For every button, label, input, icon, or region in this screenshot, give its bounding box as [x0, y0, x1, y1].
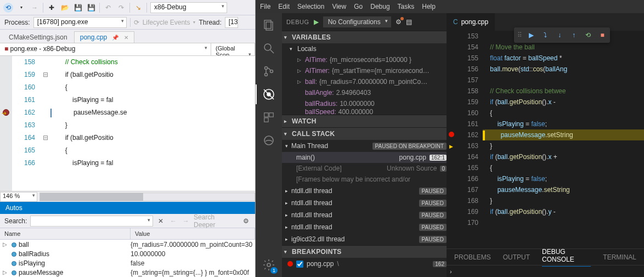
back-button[interactable]: ⟲ [3, 3, 13, 13]
panel-chevron-icon[interactable]: › [450, 268, 452, 275]
lifecycle-dropdown[interactable]: ▾ [193, 20, 195, 25]
liveshare-icon[interactable] [261, 133, 276, 148]
panel-tab-problems[interactable]: PROBLEMS [454, 253, 491, 261]
var-row[interactable]: ▷AITime: {m_microseconds=100000 } [282, 54, 447, 65]
watch-header[interactable]: ▸WATCH [282, 115, 447, 127]
breakpoint-gutter[interactable]: ➔ [0, 56, 12, 191]
thread-row[interactable]: ▸ig9icd32.dll thread PAUSED [282, 233, 447, 245]
search-next-icon[interactable]: → [181, 216, 190, 226]
svg-rect-5 [266, 22, 273, 30]
debug-toolbar[interactable]: ⠿ ▶ ⤵ ↓ ↑ ⟲ ■ [514, 27, 610, 43]
drag-handle-icon[interactable]: ⠿ [517, 31, 521, 39]
menu-file[interactable]: File [260, 3, 270, 10]
panel-tab-debug-console[interactable]: DEBUG CONSOLE [542, 248, 591, 267]
step-over-icon[interactable]: ⤵ [541, 31, 550, 39]
project-scope-dropdown[interactable]: ■ pong.exe - x86-Debug [0, 43, 211, 55]
start-debug-icon[interactable]: ▶ [314, 18, 319, 26]
debug-settings-icon[interactable]: ⚙ [396, 18, 402, 26]
undo-icon[interactable]: ↶ [103, 3, 113, 13]
menu-selection[interactable]: Selection [297, 3, 324, 10]
vscode-editor[interactable]: ▶ 15315415515615715815916016116216316416… [447, 31, 644, 248]
explorer-icon[interactable] [261, 18, 276, 33]
var-row[interactable]: ballRadius: 10.0000000 [282, 98, 447, 109]
open-icon[interactable]: 📂 [60, 3, 70, 13]
locals-scope[interactable]: ▾Locals [282, 43, 447, 54]
process-label: Process: [4, 19, 30, 26]
var-row[interactable]: ▷AITimer: {m_startTime={m_microsecond… [282, 65, 447, 76]
step-out-icon[interactable]: ↑ [569, 31, 578, 39]
zoom-dropdown[interactable]: 146 % [0, 192, 37, 202]
pin-icon[interactable]: 📌 [112, 35, 118, 41]
autos-row[interactable]: ▷ pauseMessage {m_string={m_string={...}… [0, 268, 255, 277]
var-row[interactable]: ballSpeed: 400.000000 [282, 109, 447, 115]
redo-icon[interactable]: ↷ [116, 3, 126, 13]
menu-go[interactable]: Go [354, 3, 363, 10]
close-icon[interactable]: ✕ [124, 35, 128, 41]
stack-frame-main[interactable]: main() pong.cpp 162:1 [282, 152, 447, 163]
settings-icon[interactable]: ⚙ [241, 216, 251, 226]
symbol-scope-dropdown[interactable]: (Global Scop [211, 43, 255, 55]
step-into-icon[interactable]: ↘ [133, 3, 143, 13]
col-value[interactable]: Value [131, 228, 255, 239]
h-scrollbar[interactable] [39, 193, 255, 201]
thread-row[interactable]: ▸ntdll.dll thread PAUSED [282, 197, 447, 209]
debug-icon[interactable] [261, 87, 276, 102]
autos-row[interactable]: ballRadius 10.0000000 [0, 249, 255, 258]
tab-cmakesettings[interactable]: CMakeSettings.json [3, 31, 73, 43]
menu-view[interactable]: View [332, 3, 346, 10]
vs-code-editor[interactable]: ➔ 158159160161162163164165166 ⊟⊟ // Chec… [0, 56, 255, 191]
vs-debug-bar: Process: [16780] pong.exe ⟳ Lifecycle Ev… [0, 15, 255, 30]
panel-tab-terminal[interactable]: TERMINAL [603, 253, 636, 261]
var-row[interactable]: ▷ball: {m_radius=7.00000000 m_pointCo… [282, 76, 447, 87]
continue-icon[interactable]: ▶ [527, 31, 535, 39]
callstack-header[interactable]: ▾CALL STACK [282, 128, 447, 140]
scrollbar-thumb[interactable] [40, 193, 143, 201]
thread-dropdown[interactable]: [13 [225, 17, 238, 28]
breakpoint-row[interactable]: pong.cpp \ 162 [282, 258, 447, 270]
autos-row[interactable]: ▷ ball {m_radius=7.00000000 m_pointCount… [0, 240, 255, 249]
vscode-bp-gutter[interactable]: ▶ [447, 31, 460, 248]
fold-gutter[interactable]: ⊟⊟ [41, 56, 50, 191]
debug-console-toggle-icon[interactable]: ▤ [406, 18, 412, 26]
save-icon[interactable]: 💾 [73, 3, 83, 13]
thread-row[interactable]: ▸ntdll.dll thread PAUSED [282, 221, 447, 233]
editor-tab-pong[interactable]: C pong.cpp [447, 13, 495, 31]
menu-help[interactable]: Help [422, 3, 436, 10]
config-dropdown[interactable]: x86-Debug [150, 2, 227, 13]
menu-tasks[interactable]: Tasks [398, 3, 415, 10]
tab-pong-cpp[interactable]: pong.cpp 📌 ✕ [74, 31, 134, 43]
forward-button[interactable]: → [30, 3, 39, 13]
breakpoints-header[interactable]: ▾BREAKPOINTS [282, 246, 447, 258]
restart-icon[interactable]: ⟲ [584, 31, 592, 39]
new-item-icon[interactable]: ✚ [47, 3, 57, 13]
autos-search-input[interactable] [30, 216, 153, 227]
save-all-icon[interactable]: 💾 [86, 3, 96, 13]
panel-tab-output[interactable]: OUTPUT [503, 253, 530, 261]
stop-icon[interactable]: ■ [598, 31, 607, 39]
thread-row[interactable]: ▸ntdll.dll thread PAUSED [282, 209, 447, 221]
menu-debug[interactable]: Debug [370, 3, 389, 10]
debug-config-dropdown[interactable]: No Configurations [323, 16, 391, 27]
step-into-icon[interactable]: ↓ [555, 31, 564, 39]
main-thread-row[interactable]: ▾ Main Thread PAUSED ON BREAKPOINT [282, 140, 447, 152]
code-content[interactable]: // Check collisions if (ball.getPositio … [50, 56, 255, 191]
vscode-code-content[interactable]: // Move the ball float factor = ballSpee… [483, 31, 644, 248]
back-dropdown[interactable]: ▾ [16, 3, 26, 13]
scm-icon[interactable] [261, 64, 276, 79]
clear-search-icon[interactable]: ✕ [156, 216, 166, 226]
search-icon[interactable] [261, 41, 276, 56]
lifecycle-icon[interactable]: ⟳ [134, 19, 139, 26]
thread-row[interactable]: ▸ntdll.dll thread PAUSED [282, 185, 447, 197]
col-name[interactable]: Name [0, 228, 131, 239]
breakpoint-checkbox[interactable] [296, 261, 303, 268]
var-row[interactable]: ballAngle: 2.94960403 [282, 87, 447, 98]
autos-header[interactable]: Autos [0, 202, 255, 214]
extensions-icon[interactable] [261, 110, 276, 125]
settings-gear-icon[interactable]: 1 [261, 257, 276, 273]
process-dropdown[interactable]: [16780] pong.exe [33, 17, 127, 28]
search-prev-icon[interactable]: ← [169, 216, 178, 226]
variables-header[interactable]: ▾VARIABLES [282, 31, 447, 43]
autos-row[interactable]: isPlaying false [0, 258, 255, 268]
menu-edit[interactable]: Edit [278, 3, 290, 10]
stack-frame-external[interactable]: [External Code] Unknown Source 0 [282, 163, 447, 174]
